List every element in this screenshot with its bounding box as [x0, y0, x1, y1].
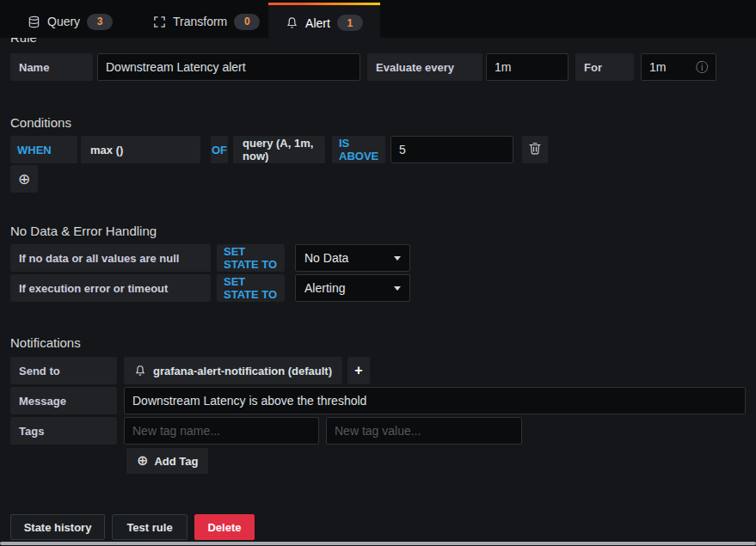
tab-transform[interactable]: Transform 0: [144, 5, 268, 38]
condition-operator-segment[interactable]: IS ABOVE: [332, 136, 385, 163]
execution-error-state-value: Alerting: [304, 281, 345, 295]
message-label: Message: [10, 387, 117, 414]
tab-alert-count-badge: 1: [337, 15, 363, 31]
condition-delete-button[interactable]: [522, 136, 548, 163]
panel-editor-tab-bar: Query 3 Transform 0 Alert 1: [0, 0, 756, 38]
condition-of-keyword: OF: [211, 136, 228, 163]
condition-when-keyword: WHEN: [10, 136, 77, 163]
info-circle-icon: ⓘ: [696, 61, 708, 73]
footer-button-row: State history Test rule Delete: [10, 514, 255, 540]
send-to-label: Send to: [10, 357, 117, 384]
no-data-section-heading: No Data & Error Handling: [10, 224, 157, 238]
tab-alert-label: Alert: [305, 16, 330, 30]
tags-row: Tags: [10, 417, 522, 445]
message-row: Message: [10, 387, 746, 414]
add-tag-label: Add Tag: [154, 455, 198, 468]
tab-query-label: Query: [47, 15, 80, 28]
rule-name-label: Name: [10, 53, 93, 81]
tab-query-count-badge: 3: [87, 14, 113, 30]
delete-button[interactable]: Delete: [194, 514, 255, 540]
plus-circle-icon: ⊕: [18, 172, 30, 187]
rule-name-input[interactable]: [97, 53, 360, 81]
condition-aggregation-segment[interactable]: max (): [81, 136, 200, 163]
caret-down-icon: [394, 286, 401, 291]
notification-channel-name: grafana-alert-notification (default): [153, 365, 332, 377]
tab-transform-label: Transform: [173, 15, 227, 28]
add-channel-button[interactable]: +: [347, 357, 370, 384]
condition-row: WHEN max () OF query (A, 1m, now) IS ABO…: [10, 136, 548, 163]
for-value: 1m: [649, 60, 666, 74]
tab-query[interactable]: Query 3: [19, 5, 121, 38]
tag-value-input[interactable]: [326, 417, 522, 445]
for-label: For: [575, 53, 634, 81]
rule-row: Name Evaluate every For 1m ⓘ: [10, 53, 716, 81]
notifications-section-heading: Notifications: [10, 335, 81, 350]
database-icon: [28, 15, 40, 28]
condition-threshold-input[interactable]: [390, 136, 513, 163]
evaluate-every-label: Evaluate every: [367, 53, 482, 81]
add-condition-row: ⊕: [10, 165, 38, 193]
add-tag-button[interactable]: ⊕ Add Tag: [126, 448, 208, 474]
send-to-row: Send to grafana-alert-notification (defa…: [10, 357, 370, 384]
message-input[interactable]: [124, 387, 746, 414]
no-data-state-select[interactable]: No Data: [295, 244, 410, 272]
test-rule-button[interactable]: Test rule: [112, 514, 187, 540]
bell-icon: [134, 365, 146, 377]
condition-query-segment[interactable]: query (A, 1m, now): [233, 136, 325, 163]
no-data-row: If no data or all values are null SET ST…: [10, 244, 410, 272]
no-data-state-value: No Data: [304, 251, 348, 265]
tags-label: Tags: [10, 417, 117, 445]
bell-icon: [286, 16, 298, 29]
notification-channel-tag[interactable]: grafana-alert-notification (default): [124, 357, 342, 384]
rule-section-heading: Rule: [10, 38, 37, 45]
tab-alert[interactable]: Alert 1: [268, 3, 380, 40]
evaluate-every-input[interactable]: [486, 53, 569, 81]
execution-error-row: If execution error or timeout SET STATE …: [10, 274, 410, 302]
alert-editor-screen: Query 3 Transform 0 Alert 1: [0, 0, 756, 546]
no-data-condition-label: If no data or all values are null: [10, 244, 211, 272]
execution-error-state-select[interactable]: Alerting: [295, 274, 410, 302]
horizontal-scrollbar[interactable]: [0, 542, 756, 545]
alert-tab-content: Rule Name Evaluate every For 1m ⓘ Condit…: [0, 38, 756, 546]
transform-icon: [153, 15, 166, 28]
state-history-button[interactable]: State history: [10, 514, 105, 540]
execution-error-condition-label: If execution error or timeout: [10, 274, 211, 302]
tag-name-input[interactable]: [124, 417, 319, 445]
trash-icon: [529, 142, 541, 158]
for-input[interactable]: 1m ⓘ: [641, 53, 716, 81]
no-data-set-state-keyword: SET STATE TO: [217, 244, 285, 272]
execution-error-set-state-keyword: SET STATE TO: [217, 274, 285, 302]
conditions-section-heading: Conditions: [10, 115, 71, 130]
add-condition-button[interactable]: ⊕: [10, 165, 38, 193]
caret-down-icon: [394, 256, 401, 261]
tab-transform-count-badge: 0: [234, 14, 260, 30]
plus-circle-icon: ⊕: [137, 454, 148, 468]
plus-icon: +: [354, 363, 362, 378]
